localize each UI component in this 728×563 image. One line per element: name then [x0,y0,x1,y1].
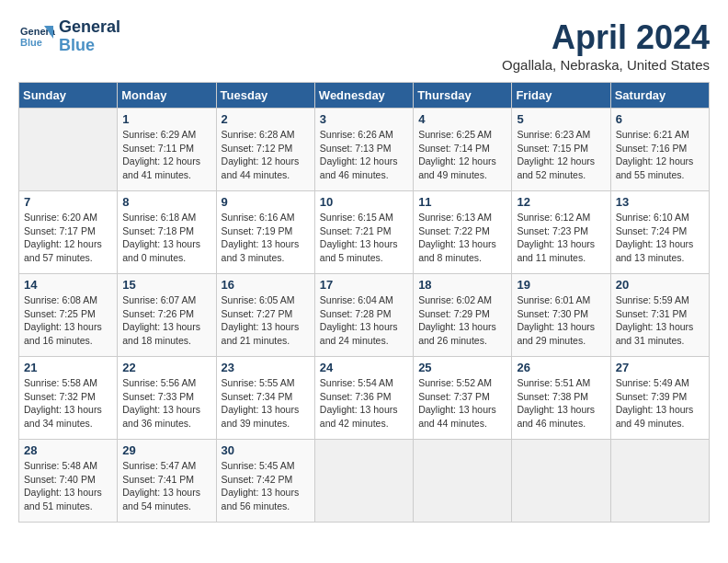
day-number: 30 [222,443,310,457]
day-info: Sunrise: 6:13 AMSunset: 7:22 PMDaylight:… [418,211,506,265]
day-number: 19 [517,278,605,292]
day-info: Sunrise: 6:05 AMSunset: 7:27 PMDaylight:… [222,293,310,348]
calendar-cell [314,440,413,523]
logo: General Blue General Blue [18,18,120,55]
day-info: Sunrise: 6:28 AMSunset: 7:12 PMDaylight:… [222,128,310,182]
calendar-cell: 30Sunrise: 5:45 AMSunset: 7:42 PMDayligh… [216,440,314,523]
day-info: Sunrise: 6:21 AMSunset: 7:16 PMDaylight:… [616,128,704,182]
calendar-cell: 28Sunrise: 5:48 AMSunset: 7:40 PMDayligh… [19,440,118,523]
calendar-cell: 18Sunrise: 6:02 AMSunset: 7:29 PMDayligh… [414,274,512,357]
day-number: 2 [222,112,310,126]
day-number: 25 [418,361,506,374]
day-number: 4 [418,112,506,126]
calendar-cell: 2Sunrise: 6:28 AMSunset: 7:12 PMDaylight… [216,109,314,191]
calendar-week-row: 28Sunrise: 5:48 AMSunset: 7:40 PMDayligh… [19,440,710,523]
day-info: Sunrise: 5:48 AMSunset: 7:40 PMDaylight:… [24,459,112,513]
day-info: Sunrise: 6:23 AMSunset: 7:15 PMDaylight:… [517,128,605,182]
calendar-cell: 10Sunrise: 6:15 AMSunset: 7:21 PMDayligh… [314,191,413,274]
day-info: Sunrise: 5:47 AMSunset: 7:41 PMDaylight:… [122,459,210,513]
day-info: Sunrise: 6:07 AMSunset: 7:26 PMDaylight:… [122,293,210,348]
day-info: Sunrise: 5:58 AMSunset: 7:32 PMDaylight:… [24,376,112,431]
calendar-week-row: 7Sunrise: 6:20 AMSunset: 7:17 PMDaylight… [19,191,710,274]
day-info: Sunrise: 6:26 AMSunset: 7:13 PMDaylight:… [320,128,408,182]
day-info: Sunrise: 6:16 AMSunset: 7:19 PMDaylight:… [222,211,310,265]
calendar-cell: 7Sunrise: 6:20 AMSunset: 7:17 PMDaylight… [19,191,118,274]
header-day-wednesday: Wednesday [314,83,413,109]
calendar-cell: 5Sunrise: 6:23 AMSunset: 7:15 PMDaylight… [512,109,610,191]
day-info: Sunrise: 5:55 AMSunset: 7:34 PMDaylight:… [222,376,310,431]
calendar-cell: 21Sunrise: 5:58 AMSunset: 7:32 PMDayligh… [19,357,118,440]
day-number: 21 [24,361,112,374]
day-info: Sunrise: 6:25 AMSunset: 7:14 PMDaylight:… [418,128,506,182]
day-info: Sunrise: 5:52 AMSunset: 7:37 PMDaylight:… [418,376,506,431]
header-day-monday: Monday [118,83,216,109]
header-day-tuesday: Tuesday [216,83,314,109]
header-day-thursday: Thursday [414,83,512,109]
day-info: Sunrise: 6:01 AMSunset: 7:30 PMDaylight:… [517,293,605,348]
day-number: 12 [517,195,605,209]
day-number: 11 [418,195,506,209]
day-number: 13 [616,195,704,209]
header-day-sunday: Sunday [19,83,118,109]
calendar-week-row: 14Sunrise: 6:08 AMSunset: 7:25 PMDayligh… [19,274,710,357]
page-header: General Blue General Blue April 2024 Oga… [18,18,710,73]
day-number: 26 [517,361,605,374]
day-number: 22 [122,361,210,374]
calendar-header-row: SundayMondayTuesdayWednesdayThursdayFrid… [19,83,710,109]
calendar-cell: 1Sunrise: 6:29 AMSunset: 7:11 PMDaylight… [118,109,216,191]
calendar-cell: 14Sunrise: 6:08 AMSunset: 7:25 PMDayligh… [19,274,118,357]
day-info: Sunrise: 5:51 AMSunset: 7:38 PMDaylight:… [517,376,605,431]
location-text: Ogallala, Nebraska, United States [502,57,710,73]
header-day-friday: Friday [512,83,610,109]
calendar-cell: 12Sunrise: 6:12 AMSunset: 7:23 PMDayligh… [512,191,610,274]
day-number: 5 [517,112,605,126]
day-info: Sunrise: 5:49 AMSunset: 7:39 PMDaylight:… [616,376,704,431]
calendar-cell: 8Sunrise: 6:18 AMSunset: 7:18 PMDaylight… [118,191,216,274]
day-number: 27 [616,361,704,374]
logo-icon: General Blue [18,18,55,55]
calendar-cell: 23Sunrise: 5:55 AMSunset: 7:34 PMDayligh… [216,357,314,440]
calendar-cell: 19Sunrise: 6:01 AMSunset: 7:30 PMDayligh… [512,274,610,357]
calendar-cell: 24Sunrise: 5:54 AMSunset: 7:36 PMDayligh… [314,357,413,440]
day-info: Sunrise: 6:12 AMSunset: 7:23 PMDaylight:… [517,211,605,265]
day-number: 7 [24,195,112,209]
day-number: 20 [616,278,704,292]
day-info: Sunrise: 6:15 AMSunset: 7:21 PMDaylight:… [320,211,408,265]
calendar-cell: 26Sunrise: 5:51 AMSunset: 7:38 PMDayligh… [512,357,610,440]
logo-text-general: General [59,18,120,37]
day-info: Sunrise: 6:20 AMSunset: 7:17 PMDaylight:… [24,211,112,265]
month-title: April 2024 [502,18,710,57]
day-number: 16 [222,278,310,292]
calendar-cell [512,440,610,523]
day-number: 10 [320,195,408,209]
day-info: Sunrise: 6:04 AMSunset: 7:28 PMDaylight:… [320,293,408,348]
calendar-cell [19,109,118,191]
day-number: 24 [320,361,408,374]
day-info: Sunrise: 6:02 AMSunset: 7:29 PMDaylight:… [418,293,506,348]
day-info: Sunrise: 5:54 AMSunset: 7:36 PMDaylight:… [320,376,408,431]
calendar-cell: 13Sunrise: 6:10 AMSunset: 7:24 PMDayligh… [610,191,709,274]
svg-text:Blue: Blue [20,37,42,48]
calendar-cell: 25Sunrise: 5:52 AMSunset: 7:37 PMDayligh… [414,357,512,440]
calendar-cell: 15Sunrise: 6:07 AMSunset: 7:26 PMDayligh… [118,274,216,357]
day-number: 28 [24,443,112,457]
calendar-cell: 9Sunrise: 6:16 AMSunset: 7:19 PMDaylight… [216,191,314,274]
day-number: 6 [616,112,704,126]
day-number: 23 [222,361,310,374]
calendar-week-row: 1Sunrise: 6:29 AMSunset: 7:11 PMDaylight… [19,109,710,191]
calendar-cell: 6Sunrise: 6:21 AMSunset: 7:16 PMDaylight… [610,109,709,191]
day-info: Sunrise: 5:45 AMSunset: 7:42 PMDaylight:… [222,459,310,513]
logo-text-blue: Blue [59,37,120,55]
calendar-cell: 27Sunrise: 5:49 AMSunset: 7:39 PMDayligh… [610,357,709,440]
calendar-cell: 20Sunrise: 5:59 AMSunset: 7:31 PMDayligh… [610,274,709,357]
calendar-table: SundayMondayTuesdayWednesdayThursdayFrid… [18,82,710,523]
day-number: 17 [320,278,408,292]
day-info: Sunrise: 6:29 AMSunset: 7:11 PMDaylight:… [122,128,210,182]
calendar-cell: 29Sunrise: 5:47 AMSunset: 7:41 PMDayligh… [118,440,216,523]
header-day-saturday: Saturday [610,83,709,109]
day-info: Sunrise: 6:18 AMSunset: 7:18 PMDaylight:… [122,211,210,265]
calendar-cell: 11Sunrise: 6:13 AMSunset: 7:22 PMDayligh… [414,191,512,274]
calendar-cell: 3Sunrise: 6:26 AMSunset: 7:13 PMDaylight… [314,109,413,191]
day-number: 29 [122,443,210,457]
title-block: April 2024 Ogallala, Nebraska, United St… [502,18,710,73]
